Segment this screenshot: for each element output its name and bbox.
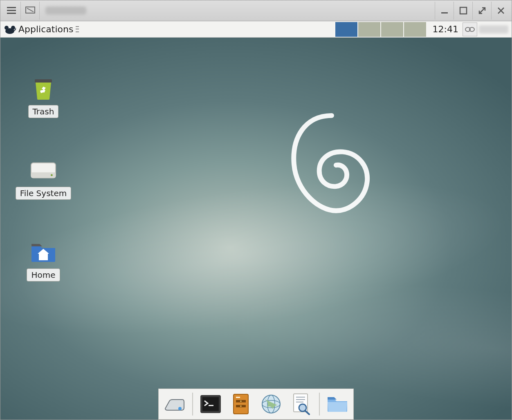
debian-swirl-icon: [287, 111, 377, 217]
show-desktop-icon: [164, 395, 186, 413]
screen-capture-button[interactable]: [21, 2, 40, 20]
svg-rect-5: [441, 12, 448, 13]
workspace-2[interactable]: [358, 22, 380, 37]
hamburger-menu-button[interactable]: [2, 2, 21, 20]
desktop-icon-trash[interactable]: Trash: [13, 76, 74, 118]
svg-rect-0: [7, 7, 16, 8]
dock-file-manager[interactable]: [228, 391, 254, 417]
desktop-icon-label: Trash: [28, 105, 59, 118]
guest-desktop: Applications 12:41: [0, 21, 512, 420]
network-icon: [465, 25, 475, 34]
screen-icon: [25, 7, 35, 15]
desktop-icon-home[interactable]: Home: [13, 240, 74, 281]
desktop-icon-label: File System: [16, 187, 71, 200]
dock-terminal[interactable]: [198, 391, 223, 417]
desktop-icon-filesystem[interactable]: File System: [13, 158, 74, 200]
applications-menu-button[interactable]: Applications: [0, 21, 82, 37]
hamburger-icon: [7, 7, 16, 14]
web-browser-icon: [260, 393, 282, 415]
svg-rect-12: [35, 79, 52, 83]
workspace-1[interactable]: [335, 22, 357, 37]
applications-menu-label: Applications: [18, 24, 73, 34]
svg-rect-1: [7, 10, 16, 11]
svg-point-25: [240, 400, 242, 402]
window-title-area: [40, 0, 435, 21]
xfce-mouse-icon: [4, 24, 16, 35]
svg-rect-6: [460, 7, 467, 14]
minimize-icon: [440, 7, 449, 15]
svg-line-4: [27, 8, 34, 12]
folder-icon: [326, 395, 349, 413]
close-button[interactable]: [491, 2, 510, 20]
window-title-blurred: [45, 7, 86, 15]
dock-separator: [192, 393, 193, 416]
svg-rect-2: [7, 13, 16, 14]
file-manager-icon: [231, 393, 251, 415]
fullscreen-icon: [478, 7, 486, 15]
terminal-icon: [200, 394, 222, 414]
user-menu-blurred[interactable]: [479, 25, 508, 34]
svg-rect-16: [39, 253, 48, 260]
dock-folder[interactable]: [325, 391, 350, 417]
home-folder-icon: [29, 240, 57, 264]
workspace-3[interactable]: [381, 22, 403, 37]
search-files-icon: [291, 393, 312, 415]
svg-point-17: [178, 407, 182, 410]
network-status-button[interactable]: [463, 22, 477, 36]
svg-point-9: [11, 26, 15, 30]
panel-handle-icon: [76, 25, 79, 34]
desktop-icon-label: Home: [27, 268, 60, 281]
dock-show-desktop[interactable]: [162, 391, 187, 417]
host-window-titlebar: [0, 0, 512, 21]
svg-point-8: [4, 26, 9, 30]
svg-rect-19: [202, 397, 219, 411]
workspace-4[interactable]: [404, 22, 426, 37]
close-icon: [497, 7, 505, 15]
drive-icon: [29, 158, 57, 183]
clock[interactable]: 12:41: [429, 24, 463, 34]
maximize-button[interactable]: [454, 2, 472, 20]
dock-web-browser[interactable]: [258, 391, 284, 417]
maximize-icon: [459, 7, 467, 15]
desktop-wallpaper[interactable]: Trash File System Home: [0, 38, 512, 420]
workspace-switcher[interactable]: [335, 22, 426, 37]
trash-icon: [29, 76, 57, 101]
svg-point-15: [51, 174, 53, 176]
bottom-dock: [158, 389, 354, 420]
top-panel: Applications 12:41: [0, 21, 512, 38]
svg-rect-21: [234, 394, 248, 414]
svg-point-26: [240, 405, 242, 407]
minimize-button[interactable]: [435, 2, 454, 20]
dock-search-files[interactable]: [289, 391, 314, 417]
svg-rect-22: [236, 397, 240, 398]
fullscreen-button[interactable]: [472, 2, 491, 20]
svg-rect-20: [209, 405, 213, 406]
dock-separator: [319, 393, 320, 416]
